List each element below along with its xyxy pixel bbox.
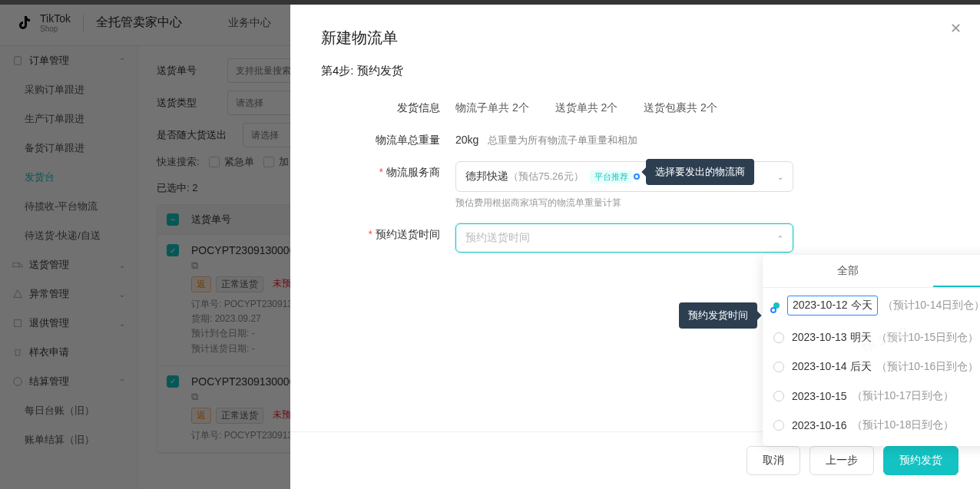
date-option-1[interactable]: 2023-10-13 明天 （预计10-15日到仓）	[763, 323, 980, 352]
dropdown-tabs: 全部 可预约	[763, 255, 980, 288]
radio-icon	[773, 420, 784, 431]
time-placeholder: 预约送货时间	[465, 231, 777, 245]
time-tooltip: 预约发货时间	[679, 302, 757, 329]
date-label: 2023-10-16	[792, 419, 847, 431]
date-est: （预计10-18日到仓）	[852, 418, 955, 432]
tab-available[interactable]: 可预约	[933, 255, 980, 287]
form-row-time: *预约送货时间 预约送货时间 ⌄	[321, 223, 949, 253]
chevron-down-icon: ⌄	[777, 173, 783, 181]
tab-all[interactable]: 全部	[763, 255, 933, 287]
date-label: 2023-10-14 后天	[792, 360, 872, 374]
provider-select[interactable]: 德邦快递 （预估75.26元） 平台推荐 ⌄ 选择要发出的物流商	[455, 161, 793, 192]
date-est: （预计10-15日到仓）	[876, 331, 979, 345]
date-est: （预计10-17日到仓）	[852, 389, 955, 403]
date-est: （预计10-16日到仓）	[876, 360, 979, 374]
provider-name: 德邦快递	[465, 170, 508, 183]
provider-hint: 预估费用根据商家填写的物流单重量计算	[455, 197, 949, 210]
form-row-weight: 物流单总重量 20kg 总重量为所有物流子单重量和相加	[321, 129, 949, 147]
provider-tooltip: 选择要发出的物流商	[646, 159, 754, 185]
date-label: 2023-10-13 明天	[792, 331, 872, 345]
weight-label: 物流单总重量	[321, 129, 455, 147]
chevron-up-icon: ⌄	[777, 234, 783, 243]
date-label: 2023-10-12 今天	[787, 296, 878, 316]
date-label: 2023-10-15	[792, 390, 847, 402]
time-dropdown: 全部 可预约 2023-10-12 今天 （预计10-14日到仓） 2023-1…	[763, 255, 980, 446]
ship-info-value: 物流子单共 2个 送货单共 2个 送货包裹共 2个	[455, 97, 949, 115]
date-option-3[interactable]: 2023-10-15 （预计10-17日到仓）	[763, 382, 980, 411]
submit-button[interactable]: 预约发货	[883, 446, 958, 475]
modal-title: 新建物流单	[321, 28, 949, 48]
radio-icon	[773, 362, 784, 372]
tooltip-dot	[634, 173, 640, 180]
date-option-2[interactable]: 2023-10-14 后天 （预计10-16日到仓）	[763, 352, 980, 382]
cancel-button[interactable]: 取消	[747, 446, 800, 475]
form-row-ship-info: 发货信息 物流子单共 2个 送货单共 2个 送货包裹共 2个	[321, 97, 949, 115]
provider-estimate: （预估75.26元）	[508, 170, 584, 183]
tooltip-dot	[770, 307, 776, 313]
radio-icon	[773, 332, 784, 343]
radio-icon	[773, 391, 784, 401]
form-row-provider: *物流服务商 德邦快递 （预估75.26元） 平台推荐 ⌄ 选择要发出的物流商 …	[321, 161, 949, 210]
date-option-4[interactable]: 2023-10-16 （预计10-18日到仓）	[763, 411, 980, 440]
modal-step: 第4步: 预约发货	[321, 64, 949, 78]
close-button[interactable]: ✕	[950, 20, 962, 37]
time-select[interactable]: 预约送货时间 ⌄	[455, 223, 793, 253]
modal-create-logistics: ✕ 新建物流单 第4步: 预约发货 发货信息 物流子单共 2个 送货单共 2个 …	[290, 5, 980, 489]
weight-value: 20kg 总重量为所有物流子单重量和相加	[455, 129, 949, 147]
prev-button[interactable]: 上一步	[809, 446, 874, 475]
date-option-0[interactable]: 2023-10-12 今天 （预计10-14日到仓）	[763, 288, 980, 323]
provider-badge: 平台推荐	[590, 170, 633, 183]
ship-info-label: 发货信息	[321, 97, 455, 115]
date-est: （预计10-14日到仓）	[882, 299, 980, 312]
provider-label: *物流服务商	[321, 161, 455, 180]
time-label: *预约送货时间	[321, 223, 455, 242]
